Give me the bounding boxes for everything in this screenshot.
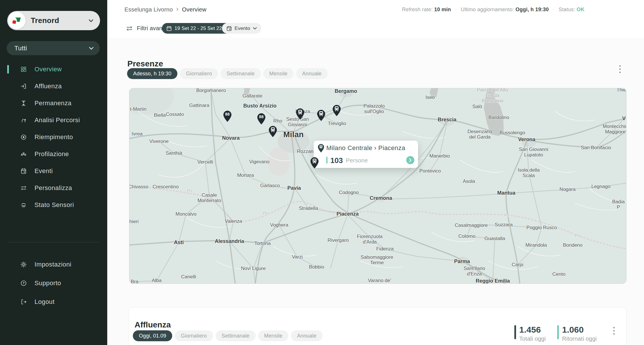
sidebar-item-impostazioni[interactable]: Impostazioni <box>0 255 107 274</box>
tab-settimanale[interactable]: Settimanale <box>221 68 260 79</box>
people-icon <box>20 151 27 158</box>
sidebar-item-label: Stato Sensori <box>34 201 74 209</box>
affluenza-title: Affluenza <box>135 320 171 329</box>
sidebar-item-permanenza[interactable]: Permanenza <box>0 95 107 112</box>
pin-count-value: 88 <box>257 114 266 119</box>
sidebar-item-label: Logout <box>34 298 55 306</box>
event-filter[interactable]: Evento <box>222 23 261 34</box>
sidebar-item-personalizza[interactable]: Personalizza <box>0 179 107 196</box>
tooltip-route-title: Milano Centrale › Piacenza <box>326 144 405 152</box>
tab-giornaliero[interactable]: Giornaliero <box>175 330 213 341</box>
presenze-title: Presenze <box>127 59 163 68</box>
sidebar: Trenord Tutti Overview <box>0 0 107 345</box>
affluenza-menu-button[interactable] <box>612 326 616 336</box>
svg-text:?: ? <box>22 281 24 285</box>
sliders-icon <box>20 185 27 191</box>
affluenza-card: Affluenza Oggi, 01.09 Giornaliero Settim… <box>129 307 626 345</box>
presenze-menu-button[interactable] <box>618 64 622 74</box>
login-icon <box>20 83 27 90</box>
dashboard-icon <box>20 66 27 73</box>
target-icon <box>20 134 27 141</box>
sidebar-item-supporto[interactable]: ? Supporto <box>0 274 107 292</box>
sidebar-nav: Overview Affluenza Permanenza Analisi Pe… <box>0 61 107 213</box>
sidebar-item-label: Eventi <box>34 167 53 175</box>
pin-count-value: 88 <box>223 112 232 116</box>
sidebar-item-profilazione[interactable]: Profilazione <box>0 145 107 162</box>
stat-accent-bar <box>514 325 516 339</box>
brand-selector[interactable]: Trenord <box>7 11 100 30</box>
presence-map[interactable]: t-MartinBiellaCossatoGattinaraBorgomaner… <box>129 88 626 284</box>
tab-oggi[interactable]: Oggi, 01.09 <box>133 330 172 341</box>
refresh-rate: Refresh rate: 10 min <box>402 7 451 13</box>
sidebar-item-label: Overview <box>34 66 62 73</box>
map-pin-train[interactable] <box>317 110 325 121</box>
sidebar-item-label: Personalizza <box>34 184 72 192</box>
map-pin-train[interactable] <box>332 105 341 116</box>
separator-dot: · <box>553 7 555 13</box>
map-base-layer <box>129 88 626 283</box>
help-icon: ? <box>20 280 27 287</box>
gear-icon <box>20 261 27 268</box>
separator-dot: · <box>455 7 457 13</box>
filter-bar: Filtri avanzati 19 Set 22 - 25 Set 22 Ev… <box>107 19 644 38</box>
sidebar-item-overview[interactable]: Overview <box>0 61 107 78</box>
breadcrumb-current: Overview <box>182 6 206 13</box>
tooltip-people-count: 103 <box>330 156 343 165</box>
sidebar-footer-nav: Impostazioni ? Supporto Logout <box>0 255 107 311</box>
sidebar-item-label: Riempimento <box>34 133 73 141</box>
tooltip-accent-tick <box>326 157 327 164</box>
breadcrumb-root[interactable]: Esselunga Livorno <box>124 6 173 13</box>
map-pin-train[interactable] <box>296 108 304 120</box>
route-icon <box>20 117 27 124</box>
sliders-icon <box>126 25 133 32</box>
sidebar-item-label: Analisi Percorsi <box>34 116 80 124</box>
sidebar-item-stato-sensori[interactable]: Stato Sensori <box>0 196 107 213</box>
sidebar-item-analisi-percorsi[interactable]: Analisi Percorsi <box>0 112 107 129</box>
sensor-icon <box>20 202 27 208</box>
stat-value: 1.456 <box>519 325 546 334</box>
active-indicator <box>7 65 9 74</box>
dashboard-page: Trenord Tutti Overview <box>0 0 644 345</box>
map-pin-count[interactable]: 88 <box>257 113 266 125</box>
sidebar-item-affluenza[interactable]: Affluenza <box>0 78 107 95</box>
stat-totali-oggi: 1.456 Totali oggi <box>514 325 546 342</box>
map-pin-count[interactable]: 88 <box>223 110 232 122</box>
scope-selector[interactable]: Tutti <box>7 41 100 55</box>
tab-annuale[interactable]: Annuale <box>291 330 322 341</box>
sidebar-item-label: Profilazione <box>34 150 69 158</box>
chevron-right-icon: › <box>176 5 179 14</box>
trenord-logo-icon <box>8 12 26 29</box>
sidebar-item-eventi[interactable]: Eventi <box>0 162 107 179</box>
logout-icon <box>20 298 27 305</box>
breadcrumb: Esselunga Livorno › Overview <box>124 0 206 19</box>
station-pin-icon <box>318 144 324 154</box>
chevron-down-icon <box>89 46 93 51</box>
event-filter-label: Evento <box>235 26 250 31</box>
sidebar-item-riempimento[interactable]: Riempimento <box>0 129 107 145</box>
tab-settimanale[interactable]: Settimanale <box>216 330 256 341</box>
map-pin-train[interactable] <box>269 126 277 137</box>
date-range-value: 19 Set 22 - 25 Set 22 <box>175 26 222 31</box>
tab-mensile[interactable]: Mensile <box>263 68 294 79</box>
calendar-icon <box>166 26 172 31</box>
last-update: Ultimo aggiornamento: Oggi, h 19:30 <box>461 7 549 13</box>
stat-label: Totali oggi <box>519 336 546 342</box>
tab-giornaliero[interactable]: Giornaliero <box>180 68 218 79</box>
tab-mensile[interactable]: Mensile <box>258 330 288 341</box>
map-pin-train-selected[interactable] <box>310 157 319 169</box>
scope-value: Tutti <box>14 45 89 52</box>
sidebar-item-logout[interactable]: Logout <box>0 292 107 311</box>
sidebar-item-label: Permanenza <box>34 99 72 107</box>
chevron-down-icon <box>89 18 93 23</box>
stat-ritornati-oggi: 1.060 Ritornati oggi <box>557 325 597 342</box>
tooltip-people-unit: Persone <box>346 157 368 164</box>
tab-adesso[interactable]: Adesso, h 19:30 <box>127 68 177 79</box>
sidebar-item-label: Impostazioni <box>34 261 71 268</box>
sidebar-divider <box>7 242 100 242</box>
presenze-tabs: Adesso, h 19:30 Giornaliero Settimanale … <box>127 68 328 79</box>
tooltip-detail-button[interactable] <box>406 156 414 164</box>
status-bar: Refresh rate: 10 min · Ultimo aggiorname… <box>402 0 584 19</box>
brand-name: Trenord <box>31 16 89 25</box>
tab-annuale[interactable]: Annuale <box>296 68 327 79</box>
chevron-down-icon <box>253 27 257 30</box>
